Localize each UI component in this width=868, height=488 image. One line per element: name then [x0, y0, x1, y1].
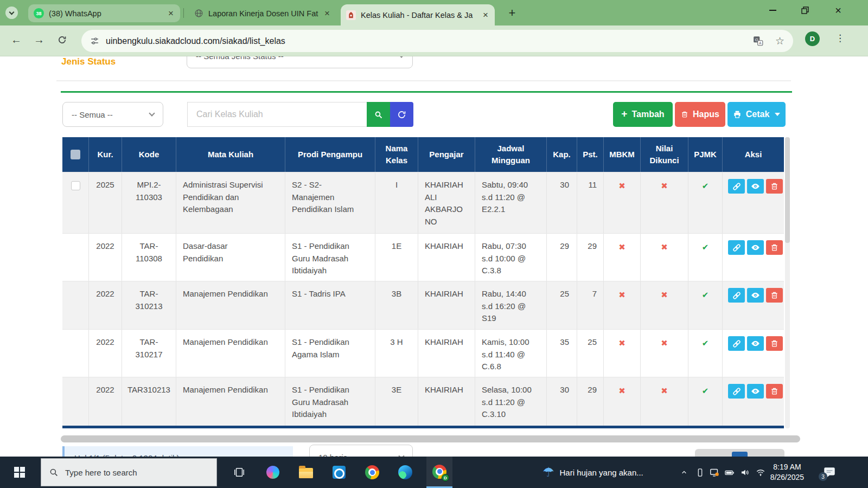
weather-text: Hari hujan yang akan... — [560, 468, 643, 477]
copilot-button[interactable] — [266, 465, 280, 479]
back-button[interactable]: ← — [9, 34, 24, 46]
row-checkbox[interactable] — [71, 181, 80, 190]
delete-action-button[interactable] — [766, 240, 783, 255]
edge-button[interactable] — [398, 465, 412, 479]
restore-icon — [801, 7, 809, 14]
refresh-button[interactable] — [390, 102, 413, 127]
search-button[interactable] — [367, 102, 390, 127]
tambah-button[interactable]: + Tambah — [613, 102, 673, 127]
cell-jadwal: Rabu, 14:40 s.d 16:20 @ S19 — [475, 281, 547, 329]
site-settings-icon[interactable] — [90, 36, 99, 46]
cell-kur: 2022 — [89, 281, 122, 329]
cell-aksi — [723, 330, 784, 377]
filter-select[interactable]: -- Semua -- — [62, 102, 163, 127]
view-action-button[interactable] — [747, 288, 764, 303]
phone-link-tray-icon[interactable] — [694, 467, 705, 478]
delete-action-button[interactable] — [766, 384, 783, 399]
view-action-button[interactable] — [747, 336, 764, 351]
trash-icon — [681, 111, 688, 118]
maximize-button[interactable] — [793, 0, 818, 21]
minimize-button[interactable] — [760, 0, 785, 21]
taskbar-search[interactable]: Type here to search — [41, 458, 217, 486]
delete-action-button[interactable] — [766, 179, 783, 194]
outlook-button[interactable] — [332, 465, 346, 479]
cell-jadwal: Sabtu, 09:40 s.d 11:20 @ E2.2.1 — [475, 172, 547, 233]
windows-logo-icon — [14, 467, 25, 478]
reload-button[interactable] — [54, 35, 69, 47]
column-header-kur: Kur. — [89, 137, 122, 172]
chrome-button[interactable] — [365, 465, 379, 479]
search-icon — [49, 467, 59, 477]
cell-prodi: S2 - S2-Manajemen Pendidikan Islam — [285, 172, 375, 233]
new-tab-button[interactable]: + — [505, 5, 520, 21]
action-center-button[interactable]: 3 — [822, 465, 837, 479]
taskbar-weather[interactable]: ☂ Hari hujan yang akan... — [542, 457, 643, 488]
cell-nama_kelas: 3 H — [375, 330, 418, 377]
cell-jadwal: Rabu, 07:30 s.d 10:00 @ C.3.8 — [475, 234, 547, 281]
trash-icon — [770, 387, 778, 395]
hapus-button[interactable]: Hapus — [675, 102, 725, 127]
link-action-button[interactable] — [728, 288, 745, 303]
browser-menu-icon[interactable]: ⋮ — [835, 33, 845, 44]
link-action-button[interactable] — [728, 179, 745, 194]
tab-close-icon[interactable]: × — [323, 8, 331, 19]
edge-icon — [398, 465, 412, 479]
prev-page-button[interactable]: ‹ — [715, 452, 731, 457]
volume-tray-icon[interactable] — [739, 467, 750, 478]
tab-kelas-kuliah-active[interactable]: Kelas Kuliah - Daftar Kelas & Ja × — [341, 4, 495, 25]
cetak-button[interactable]: Cetak — [727, 102, 786, 127]
globe-icon — [194, 9, 203, 18]
card-top-accent — [61, 91, 792, 93]
next-page-button[interactable]: › — [749, 452, 764, 457]
horizontal-scrollbar[interactable] — [61, 435, 800, 442]
screen-cast-tray-icon[interactable] — [709, 467, 719, 478]
vertical-scrollbar-thumb[interactable] — [785, 137, 790, 243]
link-action-button[interactable] — [728, 336, 745, 351]
close-button[interactable]: × — [826, 0, 851, 21]
nilai_dikunci-status-icon: ✖ — [661, 180, 668, 192]
jenis-status-select[interactable]: -- Semua Jenis Status -- — [187, 56, 413, 68]
view-action-button[interactable] — [747, 240, 764, 255]
cell-kode: TAR310213 — [122, 377, 176, 426]
tray-expand-button[interactable] — [679, 467, 690, 478]
tab-close-icon[interactable]: × — [167, 8, 175, 19]
cell-kap: 35 — [547, 330, 577, 377]
file-explorer-button[interactable] — [299, 465, 313, 479]
search-input[interactable] — [187, 102, 367, 127]
omnibox[interactable]: uinbengkulu.siakadcloud.com/siakad/list_… — [81, 30, 793, 52]
view-action-button[interactable] — [747, 384, 764, 399]
select-all-checkbox[interactable] — [71, 150, 80, 159]
battery-tray-icon[interactable] — [724, 467, 735, 478]
link-action-button[interactable] — [728, 384, 745, 399]
search-group — [187, 102, 413, 127]
bookmark-star-icon[interactable]: ☆ — [775, 35, 784, 47]
chrome-active-window-button[interactable]: D — [426, 457, 452, 488]
cell-pst: 7 — [577, 281, 604, 329]
view-action-button[interactable] — [747, 179, 764, 194]
delete-action-button[interactable] — [766, 288, 783, 303]
last-page-button[interactable]: » — [765, 452, 781, 457]
profile-avatar[interactable]: D — [805, 31, 820, 46]
cell-nilai_dikunci: ✖ — [641, 234, 688, 281]
rows-per-page-select[interactable]: 10 baris — [309, 445, 413, 457]
delete-action-button[interactable] — [766, 336, 783, 351]
tab-close-icon[interactable]: × — [482, 10, 489, 21]
umbrella-rain-icon: ☂ — [542, 466, 554, 479]
tab-search-button[interactable] — [5, 7, 18, 19]
translate-icon[interactable]: GA — [753, 36, 763, 46]
forward-button[interactable]: → — [31, 34, 47, 46]
mbkm-status-icon: ✖ — [618, 241, 626, 254]
task-view-button[interactable] — [232, 465, 246, 479]
first-page-button[interactable]: « — [698, 452, 714, 457]
pjmk-status-icon: ✔ — [702, 241, 709, 254]
page-1-button[interactable]: 1 — [732, 452, 748, 457]
column-header-prodi: Prodi Pengampu — [285, 137, 375, 172]
chevron-down-icon — [9, 9, 15, 15]
cell-kode: TAR-310217 — [122, 330, 176, 377]
start-button[interactable] — [7, 457, 33, 488]
tab-laporan-kinerja[interactable]: Laporan Kinerja Dosen UIN Fatr × — [189, 4, 336, 22]
link-action-button[interactable] — [728, 240, 745, 255]
taskbar-clock[interactable]: 8:19 AM 8/26/2025 — [764, 462, 810, 483]
trash-icon — [770, 291, 778, 299]
tab-whatsapp[interactable]: 38 (38) WhatsApp × — [28, 4, 180, 22]
